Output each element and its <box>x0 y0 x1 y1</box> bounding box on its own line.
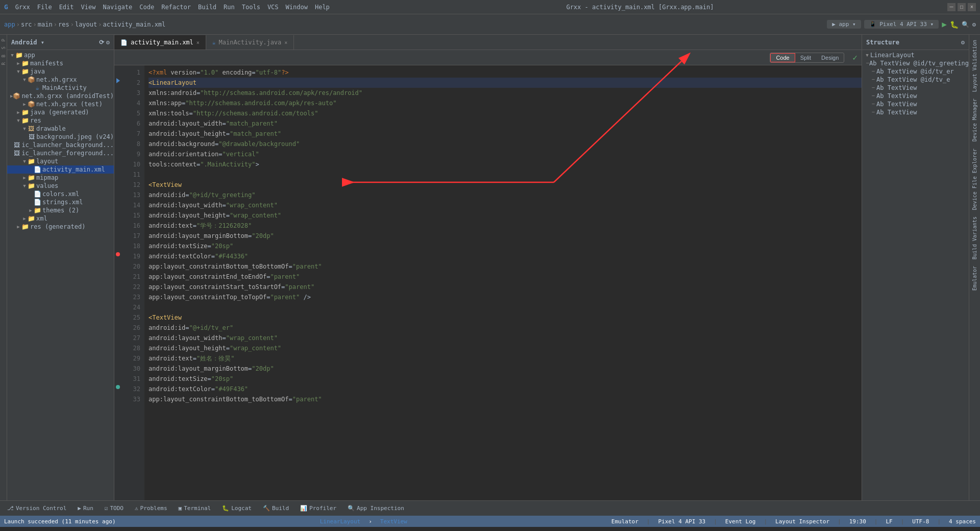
tab-close-mainactivity[interactable]: × <box>284 40 287 45</box>
menu-file[interactable]: File <box>34 4 55 11</box>
breadcrumb-textview[interactable]: TextView <box>380 518 407 525</box>
emulator-panel[interactable]: Emulator <box>971 263 978 294</box>
device-selector[interactable]: 📱 Pixel 4 API 33 ▾ <box>864 20 939 29</box>
breadcrumb-linearlayout[interactable]: LinearLayout <box>320 518 360 525</box>
breadcrumb-app[interactable]: app <box>4 21 15 28</box>
line-num-11: 11 <box>121 170 140 180</box>
tree-item-activity-main[interactable]: 📄 activity_main.xml <box>7 165 114 174</box>
device-manager-panel[interactable]: Device Manager <box>971 95 978 144</box>
menu-code[interactable]: Code <box>136 4 157 11</box>
structure-item-tv5[interactable]: ─ Ab TextView <box>862 92 969 100</box>
tab-version-control[interactable]: ⎇ Version Control <box>2 504 71 513</box>
code-line-3: xmlns:android="http://schemas.android.co… <box>149 88 862 98</box>
tree-item-background-jpeg[interactable]: 🖼 background.jpeg (v24) <box>7 133 114 141</box>
android-dropdown[interactable]: Android ▾ <box>11 39 44 46</box>
structure-item-tv-er[interactable]: ─ Ab TextView @id/tv_er <box>862 67 969 76</box>
tree-item-ic-launcher-bg[interactable]: 🖼 ic_launcher_background... <box>7 141 114 149</box>
event-log-btn[interactable]: Event Log <box>725 518 756 525</box>
tree-item-java[interactable]: ▼ 📁 java <box>7 67 114 76</box>
project-settings-btn[interactable]: ⚙ <box>106 39 110 46</box>
debug-button[interactable]: 🐛 <box>950 20 959 29</box>
tab-close-activity-main[interactable]: × <box>197 40 200 45</box>
structure-panel: Structure ⚙ ▼ LinearLayout ─ Ab TextView… <box>862 35 969 500</box>
tree-item-colors-xml[interactable]: 📄 colors.xml <box>7 190 114 198</box>
breadcrumb-sep1: › <box>16 21 20 28</box>
menu-tools[interactable]: Tools <box>239 4 263 11</box>
minimize-button[interactable]: ─ <box>947 3 955 11</box>
structure-item-tv4[interactable]: ─ Ab TextView <box>862 84 969 92</box>
tree-item-netxhgrxx[interactable]: ▼ 📦 net.xh.grxx <box>7 76 114 84</box>
layout-inspector-btn[interactable]: Layout Inspector <box>775 518 829 525</box>
settings-btn[interactable]: ⚙ <box>972 21 976 28</box>
code-content[interactable]: <?xml version="1.0" encoding="utf-8"?> <… <box>144 65 862 500</box>
tree-item-javagenerated[interactable]: ▶ 📁 java (generated) <box>7 108 114 116</box>
layout-validation-panel[interactable]: Layout Validation <box>971 37 978 95</box>
menu-refactor[interactable]: Refactor <box>158 4 194 11</box>
menu-view[interactable]: View <box>78 4 99 11</box>
tree-item-androidtest[interactable]: ▶ 📦 net.xh.grxx (androidTest) <box>7 92 114 100</box>
resource-manager-toggle[interactable]: R <box>1 60 7 67</box>
breadcrumb-src[interactable]: src <box>21 21 32 28</box>
structure-item-tv6[interactable]: ─ Ab TextView <box>862 100 969 108</box>
gutter-mark-21 <box>114 270 121 280</box>
tab-problems[interactable]: ⚠ Problems <box>130 504 173 513</box>
design-view-button[interactable]: Design <box>816 53 844 62</box>
device-file-explorer-panel[interactable]: Device File Explorer <box>971 146 978 213</box>
menu-edit[interactable]: Edit <box>56 4 77 11</box>
tree-item-manifests[interactable]: ▶ 📁 manifests <box>7 59 114 67</box>
tree-item-mainactivity[interactable]: ☕ MainActivity <box>7 84 114 92</box>
tab-todo[interactable]: ☑ TODO <box>100 504 129 513</box>
tree-item-ic-launcher-fg[interactable]: 🖼 ic_launcher_foreground... <box>7 149 114 157</box>
menu-grxx[interactable]: Grxx <box>12 4 33 11</box>
menu-build[interactable]: Build <box>195 4 219 11</box>
structure-item-tv-e[interactable]: ─ Ab TextView @id/tv_e <box>862 76 969 84</box>
breadcrumb-res[interactable]: res <box>58 21 69 28</box>
menu-window[interactable]: Window <box>283 4 311 11</box>
tab-terminal[interactable]: ▣ Terminal <box>174 504 216 513</box>
tree-item-res[interactable]: ▼ 📁 res <box>7 116 114 125</box>
tree-item-xml[interactable]: ▶ 📁 xml <box>7 214 114 223</box>
app-selector[interactable]: ▶ app ▾ <box>827 20 861 29</box>
structure-settings-btn[interactable]: ⚙ <box>961 39 965 46</box>
tree-item-mipmap[interactable]: ▶ 📁 mipmap <box>7 174 114 182</box>
tree-item-res-generated[interactable]: ▶ 📁 res (generated) <box>7 223 114 231</box>
tree-item-test[interactable]: ▶ 📦 net.xh.grxx (test) <box>7 100 114 108</box>
build-variants-panel[interactable]: Build Variants <box>971 213 978 262</box>
menu-vcs[interactable]: VCS <box>264 4 282 11</box>
tab-build[interactable]: 🔨 Build <box>258 504 294 513</box>
folder-icon-netxhgrxx: 📦 <box>28 76 35 83</box>
run-button[interactable]: ▶ <box>942 19 947 29</box>
menu-run[interactable]: Run <box>220 4 238 11</box>
tree-item-values[interactable]: ▼ 📁 values <box>7 182 114 190</box>
breadcrumb-file[interactable]: activity_main.xml <box>103 21 166 28</box>
close-button[interactable]: × <box>968 3 976 11</box>
tree-item-themes[interactable]: ▶ 📁 themes (2) <box>7 206 114 214</box>
tab-activity-main[interactable]: 📄 activity_main.xml × <box>114 35 206 50</box>
tab-mainactivity[interactable]: ☕ MainActivity.java × <box>206 35 294 50</box>
tree-item-drawable[interactable]: ▼ 🖼 drawable <box>7 125 114 133</box>
structure-item-tv-greeting[interactable]: ─ Ab TextView @id/tv_greeting <box>862 59 969 67</box>
tab-app-inspection[interactable]: 🔍 App Inspection <box>342 504 409 513</box>
structure-item-linearlayout[interactable]: ▼ LinearLayout <box>862 51 969 59</box>
breadcrumb-layout[interactable]: layout <box>75 21 97 28</box>
menu-navigate[interactable]: Navigate <box>100 4 135 11</box>
structure-item-tv7[interactable]: ─ Ab TextView <box>862 108 969 116</box>
emulator-status[interactable]: Emulator <box>611 518 639 525</box>
tab-logcat[interactable]: 🐛 Logcat <box>217 504 257 513</box>
search-everywhere-btn[interactable]: 🔍 <box>962 21 969 28</box>
tab-run[interactable]: ▶ Run <box>72 504 99 513</box>
maximize-button[interactable]: □ <box>958 3 966 11</box>
line-num-29: 29 <box>121 353 140 364</box>
bookmarks-toggle[interactable]: B <box>1 53 7 59</box>
breadcrumb-main[interactable]: main <box>38 21 53 28</box>
split-view-button[interactable]: Split <box>795 53 816 62</box>
tree-item-layout[interactable]: ▼ 📁 layout <box>7 157 114 165</box>
structure-toggle[interactable]: S <box>1 44 7 51</box>
menu-help[interactable]: Help <box>312 4 333 11</box>
tab-profiler[interactable]: 📊 Profiler <box>295 504 341 513</box>
project-panel-toggle[interactable]: P <box>1 37 7 43</box>
project-sync-btn[interactable]: ⟳ <box>99 39 104 46</box>
code-view-button[interactable]: Code <box>770 53 795 62</box>
tree-item-app[interactable]: ▼ 📁 app <box>7 51 114 59</box>
tree-item-strings-xml[interactable]: 📄 strings.xml <box>7 198 114 206</box>
